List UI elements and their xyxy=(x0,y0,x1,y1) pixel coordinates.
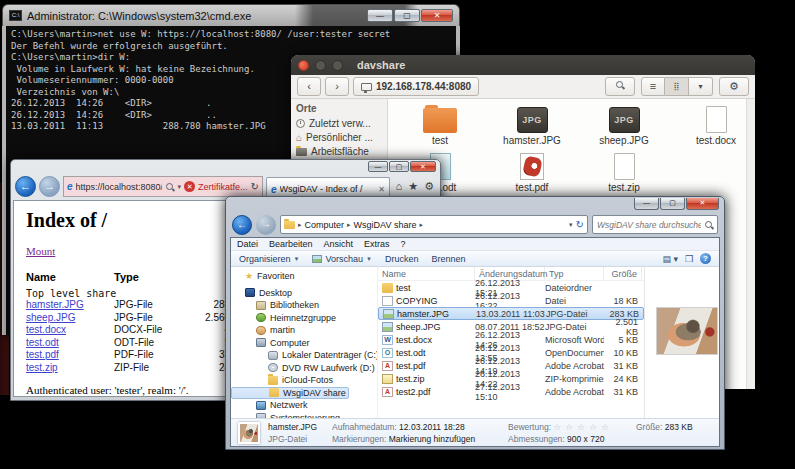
sidebar-item-recent[interactable]: Zuletzt verw... xyxy=(296,118,382,129)
rating-stars[interactable]: ☆ ☆ ☆ ☆ ☆ xyxy=(553,422,610,432)
column-header-name[interactable]: Name xyxy=(378,267,475,280)
location-button[interactable]: 192.168.178.44:8080 xyxy=(353,77,479,96)
file-link[interactable]: test.pdf xyxy=(26,349,114,362)
history-chevron-icon[interactable]: ▾ xyxy=(569,221,573,229)
preview-button[interactable]: Vorschau▼ xyxy=(312,254,371,264)
file-list: Name Änderungsdatum Typ Größe test 26.12… xyxy=(377,267,644,418)
certificate-error-text[interactable]: Zertifikatfe... xyxy=(198,182,248,192)
file-link[interactable]: test.docx xyxy=(26,324,114,337)
preview-pane-button[interactable]: ❒ xyxy=(685,254,693,264)
menu-help[interactable]: ? xyxy=(401,239,406,249)
back-button[interactable]: ← xyxy=(232,215,252,235)
maximize-button[interactable]: ▢ xyxy=(660,198,685,210)
gear-menu-button[interactable]: ⚙ xyxy=(719,77,749,96)
forward-button[interactable]: → xyxy=(256,215,276,235)
close-button[interactable]: ✕ xyxy=(410,161,436,172)
settings-gear-icon[interactable]: ⚙ xyxy=(424,180,434,193)
column-header-size[interactable]: Größe xyxy=(604,267,642,280)
homegroup-icon xyxy=(256,313,266,322)
file-item-test[interactable]: test xyxy=(394,102,486,149)
explorer-titlebar[interactable]: — ▢ ✕ xyxy=(226,197,724,212)
sidebar-item-martin[interactable]: martin xyxy=(231,324,377,337)
file-item-hamster[interactable]: JPG hamster.JPG xyxy=(486,102,578,149)
file-item-zip[interactable]: test.zip xyxy=(578,149,670,196)
search-box[interactable] xyxy=(592,215,718,234)
window-title: davshare xyxy=(357,59,405,71)
file-link[interactable]: hamster.JPG xyxy=(26,299,114,312)
maximize-button[interactable]: ▢ xyxy=(394,9,420,22)
sidebar-item-icloud-fotos[interactable]: iCloud-Fotos xyxy=(231,374,377,387)
tab-close-icon[interactable]: ✕ xyxy=(378,185,385,194)
file-item-docx[interactable]: test.docx xyxy=(670,102,762,149)
minimize-button[interactable]: — xyxy=(368,161,388,172)
sidebar-item-wsgidav-share[interactable]: WsgiDAV share xyxy=(231,387,349,400)
file-item-pdf[interactable]: test.pdf xyxy=(486,149,578,196)
maximize-button[interactable] xyxy=(332,60,343,71)
forward-button[interactable]: › xyxy=(325,77,349,96)
back-button[interactable]: ‹ xyxy=(297,77,321,96)
breadcrumb[interactable]: ▸ Computer ▸ WsgiDAV share ▸ ▾ ↻ xyxy=(280,215,588,234)
organize-button[interactable]: Organisieren▼ xyxy=(239,254,299,264)
nautilus-titlebar[interactable]: davshare xyxy=(291,55,755,75)
minimize-button[interactable] xyxy=(315,60,326,71)
breadcrumb-current[interactable]: WsgiDAV share xyxy=(354,220,417,230)
favorites-star-icon[interactable]: ★ xyxy=(408,180,418,193)
help-icon[interactable]: ? xyxy=(700,253,711,264)
view-options-button[interactable]: ▾ xyxy=(689,77,713,96)
close-button[interactable]: ✕ xyxy=(686,198,719,210)
sidebar-item-local-disk[interactable]: Lokaler Datenträger (C:) xyxy=(231,349,377,362)
forward-button[interactable]: → xyxy=(39,176,60,197)
sidebar-item-netzwerk[interactable]: Netzwerk xyxy=(231,399,377,412)
ie-titlebar[interactable]: — ▢ ✕ xyxy=(11,160,440,173)
menu-bar: Datei Bearbeiten Ansicht Extras ? xyxy=(231,238,719,251)
certificate-error-icon[interactable]: ✕ xyxy=(184,181,195,192)
change-view-button[interactable]: ▤ ▾ xyxy=(662,254,678,264)
column-header-type[interactable]: Type xyxy=(114,271,190,283)
burn-button[interactable]: Brennen xyxy=(431,254,465,264)
column-header-type[interactable]: Typ xyxy=(545,267,604,280)
url-text[interactable]: https://localhost:8080/ xyxy=(76,182,162,192)
file-link[interactable]: test.odt xyxy=(26,337,114,350)
print-button[interactable]: Drucken xyxy=(385,254,419,264)
menu-ansicht[interactable]: Ansicht xyxy=(324,239,354,249)
chevron-down-icon[interactable]: ▾ xyxy=(178,183,182,191)
sidebar-item-dvd-drive[interactable]: DVD RW Laufwerk (D:) xyxy=(231,362,377,375)
minimize-button[interactable]: — xyxy=(367,9,393,22)
home-icon[interactable]: ⌂ xyxy=(396,180,403,193)
search-input[interactable] xyxy=(597,220,701,230)
table-row[interactable]: COPYING 26.12.2013 16:22Datei18 KB xyxy=(378,294,644,307)
sidebar-item-desktop[interactable]: Arbeitsfläche xyxy=(296,146,382,157)
menu-extras[interactable]: Extras xyxy=(364,239,390,249)
table-row[interactable]: Atest2.pdf 27.12.2013 15:10Adobe Acrobat… xyxy=(378,385,644,398)
mount-link[interactable]: Mount xyxy=(26,245,55,257)
sidebar-item-desktop[interactable]: Desktop xyxy=(231,287,377,300)
close-button[interactable] xyxy=(298,60,309,71)
search-icon[interactable] xyxy=(165,182,175,192)
cmd-titlebar[interactable]: C:\ Administrator: C:\Windows\system32\c… xyxy=(2,4,460,26)
close-button[interactable]: ✕ xyxy=(421,9,453,22)
file-link[interactable]: test.zip xyxy=(26,362,114,375)
refresh-icon[interactable]: ↻ xyxy=(251,181,259,192)
explorer-navigation-bar: ← → ▸ Computer ▸ WsgiDAV share ▸ ▾ ↻ xyxy=(226,212,724,237)
breadcrumb-computer[interactable]: Computer xyxy=(305,220,345,230)
file-item-sheep[interactable]: JPG sheep.JPG xyxy=(578,102,670,149)
sidebar-item-bibliotheken[interactable]: Bibliotheken xyxy=(231,299,377,312)
sidebar-item-heimnetzgruppe[interactable]: Heimnetzgruppe xyxy=(231,312,377,325)
back-button[interactable]: ← xyxy=(15,176,36,197)
list-view-button[interactable]: ≡ xyxy=(641,77,665,96)
grid-view-button[interactable]: ⣿ xyxy=(665,77,689,96)
maximize-button[interactable]: ▢ xyxy=(389,161,409,172)
search-button[interactable] xyxy=(605,77,635,96)
tags-value[interactable]: Markierung hinzufügen xyxy=(389,434,475,444)
column-header-name[interactable]: Name xyxy=(26,271,114,283)
menu-datei[interactable]: Datei xyxy=(237,239,258,249)
menu-bearbeiten[interactable]: Bearbeiten xyxy=(269,239,313,249)
sidebar-item-favoriten[interactable]: ★Favoriten xyxy=(231,270,377,283)
sidebar-item-computer[interactable]: Computer xyxy=(231,337,377,350)
refresh-icon[interactable]: ↻ xyxy=(576,219,584,230)
console-line: C:\Users\martin>net use W: https://local… xyxy=(11,29,454,41)
file-link[interactable]: sheep.JPG xyxy=(26,312,114,325)
address-bar[interactable]: e https://localhost:8080/ ▾ ✕ Zertifikat… xyxy=(63,176,263,197)
sidebar-item-home[interactable]: ⌂ Persönlicher ... xyxy=(296,132,382,143)
minimize-button[interactable]: — xyxy=(634,198,659,210)
